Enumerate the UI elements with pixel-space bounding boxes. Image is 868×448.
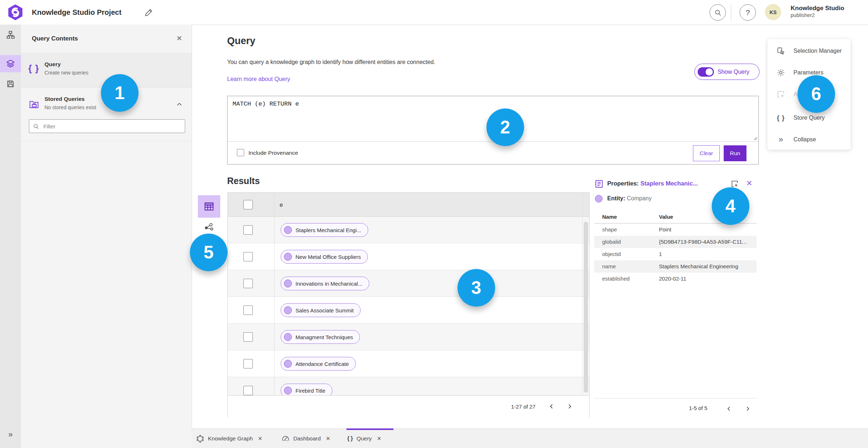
row-checkbox[interactable] (243, 306, 253, 315)
toggle-knob (706, 68, 713, 76)
filter-input[interactable] (43, 123, 181, 130)
gear-icon (776, 68, 786, 77)
search-button[interactable] (710, 4, 726, 21)
item-label: Query (44, 61, 61, 68)
menu-item-selection-manager[interactable]: Selection Manager (767, 43, 851, 59)
add-to-map-icon[interactable] (731, 180, 739, 188)
entity-pill[interactable]: Firebird Title (281, 384, 332, 395)
knowledge-studio-logo-icon (7, 4, 24, 21)
collapse-rail-button[interactable]: » (0, 426, 21, 443)
entity-pill[interactable]: Staplers Mechanical Engi... (281, 223, 368, 237)
property-name: established (602, 276, 630, 282)
table-view-button[interactable] (198, 195, 220, 218)
chevron-right-icon (566, 403, 573, 410)
close-tab-icon[interactable]: ✕ (258, 435, 263, 442)
tab-query[interactable]: { } Query ✕ (347, 429, 381, 448)
close-tab-icon[interactable]: ✕ (377, 435, 382, 442)
menu-item-store-query[interactable]: { } Store Query (767, 110, 851, 126)
stored-queries-filter[interactable] (29, 119, 185, 133)
previous-page-button[interactable] (546, 401, 557, 412)
show-query-toggle[interactable]: Show Query (694, 64, 760, 80)
chevron-up-icon[interactable] (176, 101, 183, 108)
data-model-tool-button[interactable] (0, 26, 21, 43)
item-sublabel: No stored queries exist (44, 104, 96, 110)
callout-1: 1 (101, 74, 139, 112)
property-row: globalid{5D9B4713-F98D-4A53-A59F-C11... (594, 236, 757, 248)
item-sublabel: Create new queries (44, 70, 88, 76)
contents-layers-button[interactable] (0, 55, 21, 72)
vertical-scrollbar[interactable] (584, 222, 588, 393)
property-name: globalid (602, 239, 621, 245)
callout-2: 2 (486, 108, 524, 146)
save-button[interactable] (0, 75, 21, 93)
toggle-switch[interactable] (698, 67, 714, 77)
entity-pill[interactable]: Innovations in Mechanical... (281, 277, 369, 290)
entity-dot (284, 333, 292, 341)
entity-type-dot (595, 195, 603, 202)
close-tab-icon[interactable]: ✕ (326, 435, 331, 442)
entity-pill[interactable]: Attendance Certificate (281, 357, 356, 371)
entity-label: New Metal Office Suppliers (295, 254, 361, 260)
entity-type: Entity: Company (607, 195, 652, 202)
table-row: Firebird Title (228, 377, 589, 395)
clear-button[interactable]: Clear (693, 145, 720, 161)
stored-queries-folder-icon (28, 99, 40, 110)
help-button[interactable]: ? (740, 4, 756, 21)
row-checkbox[interactable] (243, 332, 253, 342)
tab-knowledge-graph[interactable]: Knowledge Graph ✕ (196, 429, 263, 448)
link-chart-view-button[interactable] (202, 220, 216, 234)
property-value: 2020-02-11 (659, 276, 686, 282)
table-header: e (228, 193, 589, 217)
row-checkbox[interactable] (243, 386, 253, 395)
results-pagination-count: 1-27 of 27 (511, 396, 536, 418)
user-role: publisher2 (791, 12, 844, 18)
property-name: shape (602, 226, 617, 232)
table-icon (204, 201, 214, 212)
row-checkbox[interactable] (243, 252, 253, 261)
entity-dot (284, 387, 292, 394)
next-page-button[interactable] (742, 403, 753, 414)
user-avatar[interactable]: KS (765, 4, 781, 20)
resize-handle[interactable] (753, 136, 757, 140)
question-icon: ? (746, 8, 750, 17)
close-panel-icon[interactable]: ✕ (176, 35, 182, 42)
tab-label: Knowledge Graph (208, 435, 253, 442)
entity-label: Firebird Title (295, 388, 326, 394)
row-checkbox[interactable] (243, 359, 253, 368)
learn-more-link[interactable]: Learn more about Query (227, 76, 290, 82)
chevron-right-icon (745, 406, 751, 412)
tab-label: Query (357, 435, 372, 442)
entity-pill[interactable]: Managment Techniques (281, 330, 360, 344)
previous-page-button[interactable] (723, 403, 734, 414)
user-info[interactable]: Knowledge Studio publisher2 (791, 4, 844, 18)
project-title: Knowledge Studio Project (32, 0, 122, 25)
property-value: Staplers Mechanical Engineering (659, 263, 738, 269)
table-row: New Metal Office Suppliers (228, 243, 589, 270)
entity-label: Managment Techniques (295, 334, 353, 340)
entity-pill[interactable]: New Metal Office Suppliers (281, 250, 368, 264)
entity-label: Attendance Certificate (295, 361, 349, 367)
scrollbar-divider (582, 193, 583, 395)
menu-item-collapse[interactable]: » Collapse (767, 131, 851, 148)
close-properties-icon[interactable]: ✕ (746, 179, 753, 188)
run-button[interactable]: Run (724, 145, 746, 161)
tab-dashboard[interactable]: Dashboard ✕ (281, 429, 330, 448)
entity-label: Staplers Mechanical Engi... (295, 227, 361, 233)
property-row: shapePoint (594, 223, 757, 236)
row-checkbox[interactable] (243, 279, 253, 288)
properties-entity-link[interactable]: Staplers Mechanic... (641, 180, 698, 187)
left-icon-rail: » (0, 25, 21, 448)
chevron-left-icon (548, 403, 555, 410)
add-to-map-icon (776, 90, 786, 99)
entity-dot (284, 360, 292, 368)
data-model-icon (6, 30, 15, 39)
column-header-e: e (280, 193, 283, 217)
select-all-checkbox[interactable] (243, 200, 253, 209)
entity-pill[interactable]: Sales Associate Summit (281, 303, 361, 317)
edit-title-pencil-icon[interactable] (145, 8, 153, 17)
properties-title: Properties: Staplers Mechanic... (607, 180, 698, 187)
row-checkbox[interactable] (243, 225, 253, 235)
include-provenance-checkbox[interactable] (237, 149, 244, 156)
next-page-button[interactable] (564, 401, 575, 412)
knowledge-graph-icon (196, 435, 204, 443)
